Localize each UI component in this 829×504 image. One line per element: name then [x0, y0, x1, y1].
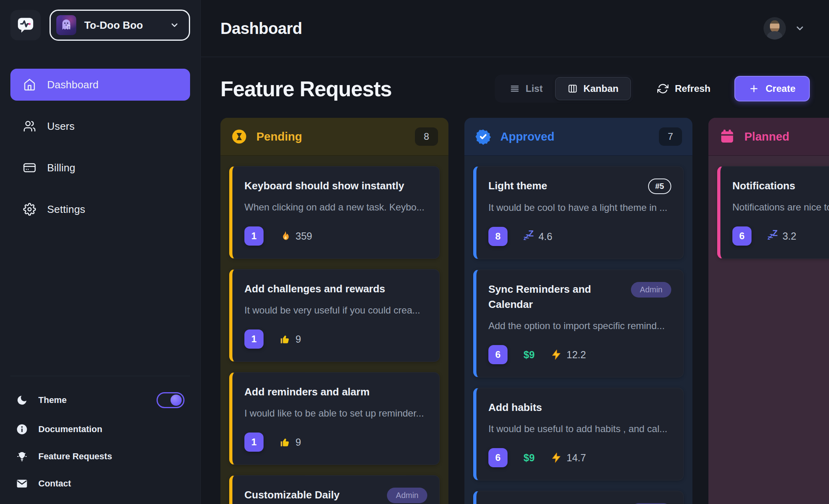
- create-button[interactable]: Create: [734, 76, 810, 101]
- feature-card[interactable]: Sync Reminders and CalendarAdminAdd the …: [473, 270, 684, 377]
- refresh-icon: [657, 83, 668, 94]
- column-body: NotificationsNotifications are nice to6z…: [708, 156, 829, 504]
- create-label: Create: [766, 83, 795, 94]
- list-icon: [510, 83, 520, 94]
- column-title: Planned: [744, 130, 829, 143]
- pulse-bubble-icon: [16, 16, 35, 34]
- documentation-link[interactable]: Documentation: [10, 421, 190, 438]
- view-kanban-button[interactable]: Kanban: [555, 77, 631, 100]
- vote-badge[interactable]: 1: [244, 329, 264, 349]
- stat-fire: 359: [280, 230, 312, 242]
- column-header: Pending8: [220, 118, 448, 156]
- feature-card[interactable]: Add reminders and alarmI would like to b…: [229, 372, 440, 465]
- money-stat: $9: [524, 452, 535, 464]
- card-title: Add challenges and rewards: [244, 282, 427, 297]
- toggle-knob: [171, 395, 182, 406]
- credit-card-icon: [23, 161, 36, 174]
- column-count-badge: 7: [659, 127, 682, 146]
- sidebar-item-settings[interactable]: Settings: [10, 193, 190, 225]
- hourglass-icon: [231, 128, 248, 145]
- calendar-icon: [719, 128, 736, 145]
- user-avatar[interactable]: [764, 17, 786, 40]
- stat-thumbs-up: 9: [280, 333, 301, 345]
- zap-icon: [551, 349, 562, 360]
- card-stats: 6$912.2: [488, 345, 671, 364]
- section-title: Feature Requests: [220, 77, 392, 101]
- stat-value: 9: [296, 333, 301, 345]
- vote-badge[interactable]: 6: [488, 345, 508, 364]
- sidebar-item-label: Settings: [47, 203, 85, 216]
- feature-card[interactable]: Light theme#5It would be cool to have a …: [473, 166, 684, 259]
- vote-badge[interactable]: 6: [488, 448, 508, 467]
- sidebar-item-label: Dashboard: [47, 79, 99, 91]
- kanban-column-pending: Pending8Keyboard should show instantlyWh…: [220, 118, 448, 504]
- sidebar-footer: Theme Documentation Feature Requests Con…: [10, 376, 190, 492]
- stat-zap: 14.7: [551, 452, 586, 464]
- topbar: Dashboard: [201, 0, 829, 57]
- vote-badge[interactable]: 6: [732, 226, 752, 246]
- feature-card[interactable]: Add challenges and rewardsIt would be ve…: [229, 269, 440, 362]
- column-body: Keyboard should show instantlyWhen click…: [220, 156, 448, 504]
- feature-card[interactable]: Customizable Daily NotificationsAdmin: [229, 475, 440, 504]
- gear-icon: [23, 203, 36, 216]
- card-header: Sync Reminders and CalendarAdmin: [488, 282, 671, 312]
- sidebar-item-billing[interactable]: Billing: [10, 152, 190, 184]
- header-actions: List Kanban Refresh Create: [495, 75, 810, 103]
- card-description: Notifications are nice to: [732, 201, 829, 214]
- card-header: Notifications: [732, 179, 829, 194]
- feature-card[interactable]: Keyboard should show instantlyWhen click…: [229, 166, 440, 259]
- home-icon: [23, 78, 36, 91]
- card-stats: 19: [244, 433, 427, 452]
- contact-link[interactable]: Contact: [10, 475, 190, 492]
- zzz-icon: zzZ: [768, 231, 777, 241]
- stat-thumbs-up: 9: [280, 437, 301, 448]
- mail-icon: [16, 478, 28, 490]
- stat-money: $9: [524, 349, 535, 361]
- vote-badge[interactable]: 1: [244, 226, 264, 246]
- feature-card[interactable]: Add habitsIt would be useful to add habi…: [473, 388, 684, 480]
- project-name: To-Doo Boo: [84, 19, 162, 32]
- users-icon: [23, 120, 36, 133]
- sidebar-item-dashboard[interactable]: Dashboard: [10, 69, 190, 101]
- card-description: Add the option to import specific remind…: [488, 319, 671, 332]
- lightbulb-icon: [16, 450, 28, 462]
- stat-zzz: zzZ4.6: [524, 231, 552, 242]
- theme-row[interactable]: Theme: [10, 390, 190, 411]
- refresh-button[interactable]: Refresh: [655, 83, 713, 95]
- admin-badge: Admin: [387, 488, 427, 503]
- vote-badge[interactable]: 1: [244, 433, 264, 452]
- column-header: Approved7: [464, 118, 692, 156]
- zap-icon: [551, 452, 562, 463]
- feature-requests-link[interactable]: Feature Requests: [10, 448, 190, 465]
- sidebar-item-users[interactable]: Users: [10, 110, 190, 142]
- app-logo[interactable]: [10, 10, 41, 40]
- vote-badge[interactable]: 8: [488, 227, 508, 246]
- project-selector[interactable]: To-Doo Boo: [50, 10, 190, 41]
- thumbs-up-icon: [280, 437, 291, 448]
- stat-value: 359: [296, 230, 312, 242]
- card-description: It would be cool to have a light theme i…: [488, 201, 671, 214]
- brand-row: To-Doo Boo: [10, 10, 190, 41]
- card-title: Customizable Daily Notifications: [244, 488, 380, 504]
- card-stats: 6$914.7: [488, 448, 671, 467]
- stat-value: 4.6: [538, 231, 552, 242]
- column-title: Pending: [256, 130, 406, 143]
- chevron-down-icon[interactable]: [795, 23, 805, 34]
- view-list-button[interactable]: List: [497, 77, 555, 100]
- column-count-badge: 8: [415, 127, 438, 146]
- card-description: It would be useful to add habits , and c…: [488, 423, 671, 435]
- card-description: When clicking on add a new task. Keybo..…: [244, 201, 427, 214]
- card-title: Notifications: [732, 179, 829, 194]
- card-description: It would be very useful if you could cre…: [244, 304, 427, 317]
- card-header: Add habits: [488, 400, 671, 415]
- feature-card[interactable]: Multi DeviceAdmin: [473, 491, 684, 504]
- refresh-label: Refresh: [675, 83, 710, 94]
- theme-toggle[interactable]: [157, 392, 184, 408]
- kanban-column-planned: PlannedNotificationsNotifications are ni…: [708, 118, 829, 504]
- ghost-icon: [58, 17, 74, 33]
- stat-value: 14.7: [567, 452, 586, 464]
- feature-card[interactable]: NotificationsNotifications are nice to6z…: [717, 166, 829, 259]
- card-header: Add challenges and rewards: [244, 282, 427, 297]
- card-title: Add habits: [488, 400, 671, 415]
- card-stats: 1359: [244, 226, 427, 246]
